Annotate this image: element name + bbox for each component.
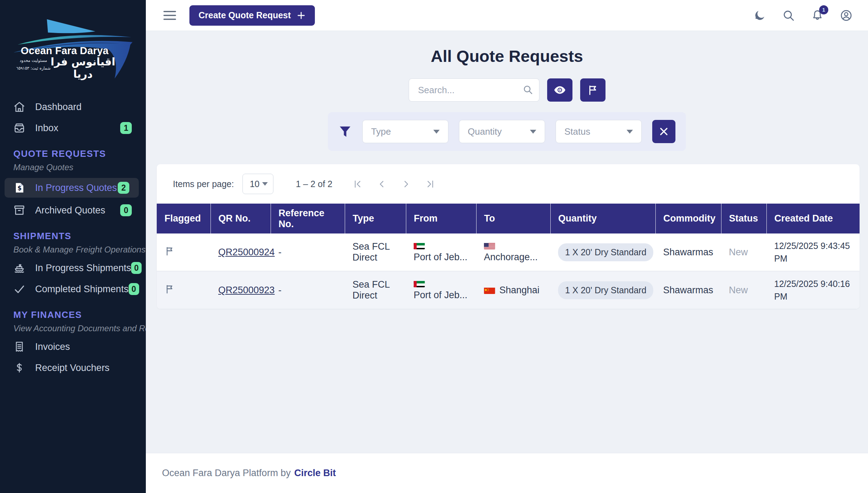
- row-flag-toggle-icon[interactable]: [164, 248, 175, 259]
- from-location-label: Port of Jeb...: [414, 290, 467, 300]
- from-location-label: Port of Jeb...: [414, 252, 467, 262]
- quantity-pill: 1 X 20' Dry Standard: [558, 243, 653, 261]
- sidebar-item-in-progress-shipments[interactable]: In Progress Shipments 0: [0, 257, 146, 278]
- search-input[interactable]: [409, 78, 539, 102]
- in-progress-quotes-count-badge: 2: [118, 182, 129, 194]
- quote-requests-table-card: Items per page: 10 1 – 2 of 2: [157, 164, 860, 309]
- eye-icon: [553, 83, 566, 97]
- in-progress-shipments-count-badge: 0: [131, 262, 142, 274]
- pager-controls: [353, 179, 435, 189]
- sidebar-item-receipt-vouchers[interactable]: Receipt Vouchers: [0, 357, 146, 378]
- search-box: [409, 78, 539, 102]
- china-flag-icon: [484, 287, 495, 294]
- company-note-line2: شماره ثبت: ٦٥٩١٥٣: [16, 65, 51, 72]
- shipment-type-value: Sea FCL Direct: [352, 279, 390, 301]
- type-filter-select[interactable]: Type: [362, 120, 448, 143]
- to-location: Anchorage...: [484, 242, 543, 263]
- sidebar-section-shipments: SHIPMENTS Book & Manage Freight Operatio…: [0, 221, 146, 257]
- company-name: Ocean Fara Darya: [17, 45, 112, 57]
- archived-quotes-count-badge: 0: [120, 204, 132, 216]
- sidebar-item-inbox[interactable]: Inbox 1: [0, 117, 146, 139]
- to-location-label: Anchorage...: [484, 252, 538, 262]
- section-subtitle: Manage Quotes: [13, 162, 132, 172]
- quantity-pill: 1 X 20' Dry Standard: [558, 281, 653, 299]
- company-registration-notes: مسئولیت محدود شماره ثبت: ٦٥٩١٥٣: [16, 57, 51, 72]
- usa-flag-icon: [484, 242, 495, 249]
- ship-icon: [13, 262, 25, 274]
- table-row: QR25000924 - Sea FCL Direct Port of Jeb.…: [157, 233, 860, 271]
- uae-flag-icon: [414, 280, 425, 287]
- column-header-to: To: [476, 204, 550, 233]
- sidebar-item-invoices[interactable]: Invoices: [0, 336, 146, 357]
- clear-filters-button[interactable]: [652, 120, 675, 143]
- first-page-icon[interactable]: [353, 179, 362, 189]
- table-header: Flagged QR No. Reference No. Type From T…: [157, 204, 860, 233]
- footer-vendor-link[interactable]: Circle Bit: [294, 468, 336, 479]
- row-flag-toggle-icon[interactable]: [164, 286, 175, 297]
- company-logo[interactable]: Ocean Fara Darya مسئولیت محدود شماره ثبت…: [0, 0, 146, 87]
- search-row: [146, 78, 868, 102]
- page-size-select[interactable]: 10: [242, 174, 273, 194]
- section-title: QUOTE REQUESTS: [13, 148, 132, 159]
- items-per-page-label: Items per page:: [173, 179, 234, 189]
- created-date-value: 12/25/2025 9:40:16 PM: [774, 279, 850, 301]
- qr-number-link[interactable]: QR25000924: [218, 247, 275, 257]
- type-filter-label: Type: [371, 126, 391, 137]
- sidebar-item-label: Completed Shipments: [35, 284, 129, 295]
- completed-shipments-count-badge: 0: [129, 283, 139, 295]
- sidebar-section-my-finances: MY FINANCES View Accounting Documents an…: [0, 300, 146, 336]
- chevron-down-icon: [627, 130, 633, 134]
- footer-text: Ocean Fara Darya Platform by: [162, 468, 291, 479]
- from-location: Port of Jeb...: [414, 280, 468, 301]
- sidebar-item-archived-quotes[interactable]: Archived Quotes 0: [0, 200, 146, 221]
- status-filter-select[interactable]: Status: [556, 120, 642, 143]
- flag-icon: [587, 84, 599, 96]
- main-area: Create Quote Request 1: [146, 0, 868, 493]
- created-date-value: 12/25/2025 9:43:45 PM: [774, 241, 850, 263]
- sidebar-item-dashboard[interactable]: Dashboard: [0, 96, 146, 117]
- sidebar-section-quote-requests: QUOTE REQUESTS Manage Quotes: [0, 139, 146, 175]
- dollar-icon: [13, 362, 25, 374]
- section-subtitle: View Accounting Documents and Reports: [13, 324, 132, 333]
- dark-mode-moon-icon[interactable]: [753, 9, 766, 22]
- to-location: Shanghai: [484, 285, 543, 296]
- section-title: SHIPMENTS: [13, 231, 132, 242]
- sidebar-nav: Dashboard Inbox 1 QUOTE REQUESTS Manage …: [0, 87, 146, 378]
- create-quote-request-label: Create Quote Request: [199, 10, 291, 20]
- from-location: Port of Jeb...: [414, 242, 468, 263]
- sidebar-item-label: In Progress Quotes: [35, 183, 118, 193]
- close-icon: [659, 126, 669, 137]
- last-page-icon[interactable]: [426, 179, 435, 189]
- checkmark-icon: [13, 283, 25, 295]
- sidebar-item-label: Dashboard: [35, 102, 132, 113]
- quote-document-icon: $: [13, 182, 25, 194]
- menu-toggle-icon[interactable]: [163, 10, 176, 21]
- sidebar-item-label: Receipt Vouchers: [35, 363, 132, 373]
- search-icon[interactable]: [782, 9, 795, 22]
- qr-number-link[interactable]: QR25000923: [218, 285, 275, 295]
- search-input-magnifier-icon: [523, 84, 533, 95]
- sidebar-item-completed-shipments[interactable]: Completed Shipments 0: [0, 278, 146, 300]
- sidebar-item-in-progress-quotes[interactable]: $ In Progress Quotes 2: [5, 178, 139, 198]
- quote-requests-table: Flagged QR No. Reference No. Type From T…: [157, 204, 860, 309]
- next-page-icon[interactable]: [401, 179, 411, 189]
- chevron-down-icon: [262, 182, 268, 186]
- sidebar-item-label: In Progress Shipments: [35, 263, 131, 274]
- sidebar: Ocean Fara Darya مسئولیت محدود شماره ثبت…: [0, 0, 146, 493]
- sidebar-item-label: Inbox: [35, 123, 120, 134]
- inbox-count-badge: 1: [120, 122, 132, 134]
- account-avatar-icon[interactable]: [840, 9, 853, 22]
- to-location-label: Shanghai: [499, 285, 539, 296]
- chevron-down-icon: [433, 130, 440, 134]
- quantity-filter-select[interactable]: Quantity: [459, 120, 545, 143]
- notifications-bell-icon[interactable]: 1: [811, 9, 824, 22]
- section-title: MY FINANCES: [13, 309, 132, 320]
- topbar: Create Quote Request 1: [146, 0, 868, 31]
- page-title: All Quote Requests: [146, 46, 868, 66]
- inbox-icon: [13, 122, 25, 134]
- toggle-visibility-button[interactable]: [547, 78, 572, 102]
- create-quote-request-button[interactable]: Create Quote Request: [189, 5, 315, 26]
- quantity-filter-label: Quantity: [468, 126, 502, 137]
- previous-page-icon[interactable]: [377, 179, 387, 189]
- flagged-filter-button[interactable]: [580, 78, 605, 102]
